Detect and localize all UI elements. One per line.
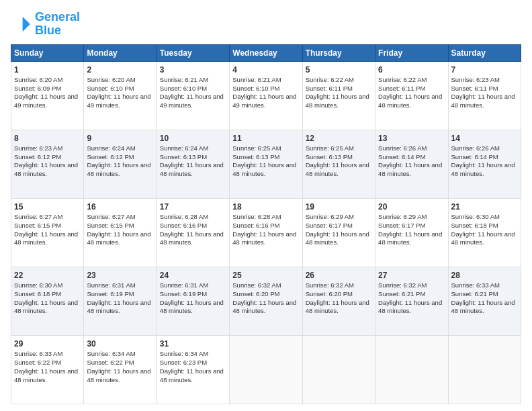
sunrise-text: Sunrise: 6:20 AM: [87, 76, 135, 83]
day-number: 15: [14, 201, 81, 212]
day-number: 9: [87, 133, 153, 144]
daylight-text: Daylight: 11 hours and 48 minutes.: [160, 230, 224, 246]
table-cell: 13Sunrise: 6:26 AMSunset: 6:14 PMDayligh…: [375, 130, 448, 198]
daylight-text: Daylight: 11 hours and 49 minutes.: [87, 93, 150, 109]
table-cell: [230, 335, 302, 404]
sunset-text: Sunset: 6:14 PM: [378, 153, 425, 161]
sunrise-text: Sunrise: 6:34 AM: [160, 350, 208, 357]
day-number: 18: [232, 201, 299, 212]
sunrise-text: Sunrise: 6:29 AM: [378, 213, 427, 220]
sunrise-text: Sunrise: 6:21 AM: [232, 76, 281, 83]
day-number: 25: [232, 270, 299, 281]
daylight-text: Daylight: 11 hours and 48 minutes.: [232, 230, 296, 246]
day-number: 7: [451, 64, 518, 75]
calendar-header-row: Sunday Monday Tuesday Wednesday Thursday…: [11, 44, 521, 61]
col-saturday: Saturday: [448, 44, 521, 61]
day-number: 6: [378, 64, 445, 75]
daylight-text: Daylight: 11 hours and 48 minutes.: [160, 367, 224, 383]
sunset-text: Sunset: 6:11 PM: [306, 85, 353, 92]
sunset-text: Sunset: 6:19 PM: [87, 290, 134, 298]
table-row: 22Sunrise: 6:30 AMSunset: 6:18 PMDayligh…: [11, 267, 521, 335]
col-friday: Friday: [375, 44, 448, 61]
table-row: 29Sunrise: 6:33 AMSunset: 6:22 PMDayligh…: [11, 335, 521, 404]
sunset-text: Sunset: 6:16 PM: [160, 222, 207, 229]
sunset-text: Sunset: 6:13 PM: [232, 153, 279, 161]
daylight-text: Daylight: 11 hours and 48 minutes.: [306, 299, 369, 315]
sunset-text: Sunset: 6:19 PM: [160, 290, 207, 298]
daylight-text: Daylight: 11 hours and 48 minutes.: [232, 299, 296, 315]
sunrise-text: Sunrise: 6:24 AM: [87, 144, 135, 152]
sunrise-text: Sunrise: 6:25 AM: [232, 144, 281, 152]
sunrise-text: Sunrise: 6:31 AM: [160, 281, 208, 289]
sunset-text: Sunset: 6:12 PM: [14, 153, 61, 161]
sunrise-text: Sunrise: 6:30 AM: [14, 281, 62, 289]
daylight-text: Daylight: 11 hours and 48 minutes.: [87, 367, 150, 383]
daylight-text: Daylight: 11 hours and 48 minutes.: [378, 161, 442, 177]
table-cell: [375, 335, 448, 404]
sunset-text: Sunset: 6:23 PM: [160, 359, 207, 366]
daylight-text: Daylight: 11 hours and 48 minutes.: [451, 161, 515, 177]
sunrise-text: Sunrise: 6:20 AM: [14, 76, 62, 83]
sunrise-text: Sunrise: 6:25 AM: [306, 144, 354, 152]
page: General Blue Sunday Monday Tuesday Wedne…: [0, 0, 532, 411]
sunrise-text: Sunrise: 6:28 AM: [232, 213, 281, 220]
table-cell: 28Sunrise: 6:33 AMSunset: 6:21 PMDayligh…: [448, 267, 521, 335]
table-cell: 23Sunrise: 6:31 AMSunset: 6:19 PMDayligh…: [84, 267, 157, 335]
table-cell: 3Sunrise: 6:21 AMSunset: 6:10 PMDaylight…: [157, 61, 229, 130]
table-cell: 25Sunrise: 6:32 AMSunset: 6:20 PMDayligh…: [230, 267, 302, 335]
table-cell: 8Sunrise: 6:23 AMSunset: 6:12 PMDaylight…: [11, 130, 84, 198]
daylight-text: Daylight: 11 hours and 48 minutes.: [160, 161, 224, 177]
day-number: 23: [87, 270, 153, 281]
sunset-text: Sunset: 6:18 PM: [451, 222, 498, 229]
daylight-text: Daylight: 11 hours and 49 minutes.: [232, 93, 296, 109]
day-number: 24: [160, 270, 226, 281]
sunrise-text: Sunrise: 6:26 AM: [378, 144, 427, 152]
col-thursday: Thursday: [302, 44, 375, 61]
table-cell: 21Sunrise: 6:30 AMSunset: 6:18 PMDayligh…: [448, 198, 521, 267]
table-cell: 22Sunrise: 6:30 AMSunset: 6:18 PMDayligh…: [11, 267, 84, 335]
sunset-text: Sunset: 6:15 PM: [87, 222, 134, 229]
day-number: 28: [451, 270, 518, 281]
day-number: 12: [306, 133, 372, 144]
logo-icon: [11, 13, 32, 35]
sunrise-text: Sunrise: 6:33 AM: [451, 281, 500, 289]
sunrise-text: Sunrise: 6:21 AM: [160, 76, 208, 83]
header: General Blue: [11, 11, 521, 38]
table-cell: 31Sunrise: 6:34 AMSunset: 6:23 PMDayligh…: [157, 335, 229, 404]
sunrise-text: Sunrise: 6:32 AM: [232, 281, 281, 289]
daylight-text: Daylight: 11 hours and 48 minutes.: [306, 161, 369, 177]
day-number: 4: [232, 64, 299, 75]
table-cell: 14Sunrise: 6:26 AMSunset: 6:14 PMDayligh…: [448, 130, 521, 198]
day-number: 27: [378, 270, 445, 281]
sunset-text: Sunset: 6:10 PM: [160, 85, 207, 92]
sunrise-text: Sunrise: 6:30 AM: [451, 213, 500, 220]
sunset-text: Sunset: 6:11 PM: [378, 85, 425, 92]
sunset-text: Sunset: 6:18 PM: [14, 290, 61, 298]
table-cell: 2Sunrise: 6:20 AMSunset: 6:10 PMDaylight…: [84, 61, 157, 130]
sunrise-text: Sunrise: 6:32 AM: [306, 281, 354, 289]
daylight-text: Daylight: 11 hours and 48 minutes.: [87, 230, 150, 246]
day-number: 8: [14, 133, 81, 144]
table-cell: 10Sunrise: 6:24 AMSunset: 6:13 PMDayligh…: [157, 130, 229, 198]
table-cell: 18Sunrise: 6:28 AMSunset: 6:16 PMDayligh…: [230, 198, 302, 267]
sunrise-text: Sunrise: 6:32 AM: [378, 281, 427, 289]
sunset-text: Sunset: 6:12 PM: [87, 153, 134, 161]
day-number: 20: [378, 201, 445, 212]
table-cell: 27Sunrise: 6:32 AMSunset: 6:21 PMDayligh…: [375, 267, 448, 335]
daylight-text: Daylight: 11 hours and 48 minutes.: [14, 299, 78, 315]
sunset-text: Sunset: 6:22 PM: [14, 359, 61, 366]
daylight-text: Daylight: 11 hours and 49 minutes.: [14, 93, 78, 109]
sunrise-text: Sunrise: 6:31 AM: [87, 281, 135, 289]
daylight-text: Daylight: 11 hours and 48 minutes.: [306, 93, 369, 109]
table-cell: 30Sunrise: 6:34 AMSunset: 6:22 PMDayligh…: [84, 335, 157, 404]
sunset-text: Sunset: 6:17 PM: [378, 222, 425, 229]
table-cell: [302, 335, 375, 404]
daylight-text: Daylight: 11 hours and 48 minutes.: [378, 299, 442, 315]
day-number: 30: [87, 338, 153, 349]
day-number: 14: [451, 133, 518, 144]
daylight-text: Daylight: 11 hours and 48 minutes.: [14, 230, 78, 246]
daylight-text: Daylight: 11 hours and 48 minutes.: [14, 367, 78, 383]
sunset-text: Sunset: 6:14 PM: [451, 153, 498, 161]
sunset-text: Sunset: 6:10 PM: [87, 85, 134, 92]
svg-marker-0: [23, 17, 30, 32]
